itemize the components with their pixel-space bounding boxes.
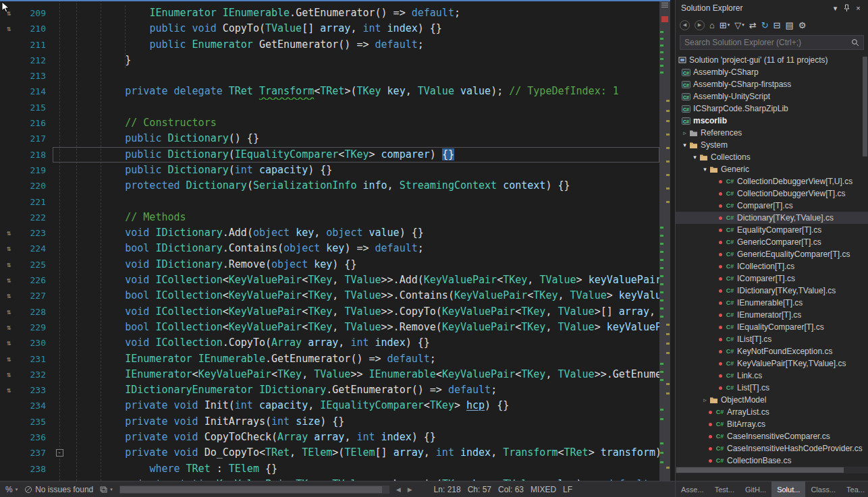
code-text[interactable]: IEnumerator IEnumerable.GetEnumerator() … <box>66 5 659 21</box>
code-line-213[interactable]: 213 <box>0 68 659 84</box>
code-text[interactable]: IEnumerator IEnumerable.GetEnumerator() … <box>66 351 659 367</box>
code-text[interactable]: public Dictionary(IEqualityComparer<TKey… <box>66 147 659 163</box>
code-text[interactable]: where TRet : TElem {} <box>66 461 659 477</box>
pending-changes-filter-button[interactable]: ▽▾ <box>734 20 744 30</box>
tree-item-assembly-unityscript[interactable]: C#Assembly-UnityScript <box>676 90 868 103</box>
tree-item-caseinsensitivehashcodeprovider-cs[interactable]: C#CaseInsensitiveHashCodeProvider.cs <box>676 442 868 455</box>
implements-glyph-icon[interactable]: ⇅ <box>0 241 18 256</box>
tree-item-icomparer-t-cs[interactable]: C#IComparer[T].cs <box>676 272 868 285</box>
code-line-223[interactable]: ⇅223 void IDictionary.Add(object key, ob… <box>0 225 659 241</box>
code-line-229[interactable]: ⇅229 bool ICollection<KeyValuePair<TKey,… <box>0 320 659 335</box>
code-line-227[interactable]: ⇅227 bool ICollection<KeyValuePair<TKey,… <box>0 288 659 303</box>
code-line-211[interactable]: 211 public Enumerator GetEnumerator() =>… <box>0 37 659 53</box>
tool-window-tab-tea[interactable]: Tea... <box>841 481 868 497</box>
line-number[interactable]: 212 <box>18 53 53 68</box>
sync-with-active-document-button[interactable]: ⇄ <box>749 20 757 30</box>
code-line-238[interactable]: 238 where TRet : TElem {} <box>0 461 659 477</box>
tree-item-keyvaluepair-tkey-tvalue-cs[interactable]: C#KeyValuePair[TKey,TValue].cs <box>676 357 868 370</box>
tree-item-collections[interactable]: ▾Collections <box>676 151 868 163</box>
tree-item-solution-project-gui-11-of-11-projects[interactable]: Solution 'project-gui' (11 of 11 project… <box>676 54 868 66</box>
scrollbar-thumb[interactable] <box>120 486 382 493</box>
code-line-217[interactable]: 217 public Dictionary() {} <box>0 131 659 146</box>
code-line-224[interactable]: ⇅224 bool IDictionary.Contains(object ke… <box>0 241 659 256</box>
tree-item-assembly-csharp[interactable]: C#Assembly-CSharp <box>676 66 868 78</box>
code-line-219[interactable]: 219 public Dictionary(int capacity) {} <box>0 163 659 178</box>
implements-glyph-icon[interactable]: ⇅ <box>0 382 18 398</box>
tree-item-references[interactable]: ▹References <box>676 127 868 139</box>
search-icon[interactable] <box>851 38 859 47</box>
implements-glyph-icon[interactable]: ⇅ <box>0 21 18 36</box>
col-indicator[interactable]: Col: 63 <box>498 485 524 494</box>
line-number[interactable]: 224 <box>18 241 53 256</box>
implements-glyph-icon[interactable]: ⇅ <box>0 335 18 351</box>
tree-item-dictionary-tkey-tvalue-cs[interactable]: C#Dictionary[TKey,TValue].cs <box>676 212 868 224</box>
line-number[interactable]: 210 <box>18 21 53 36</box>
code-text[interactable]: } <box>66 53 659 68</box>
code-text[interactable]: IEnumerator<KeyValuePair<TKey, TValue>> … <box>66 367 659 382</box>
tree-item-generic[interactable]: ▾Generic <box>676 163 868 175</box>
line-number[interactable]: 237 <box>18 445 53 461</box>
margin-options-button[interactable]: ▾ <box>100 486 113 493</box>
code-text[interactable]: private void Init(int capacity, IEqualit… <box>66 398 659 413</box>
implements-glyph-icon[interactable]: ⇅ <box>0 225 18 241</box>
code-line-228[interactable]: ⇅228 void ICollection<KeyValuePair<TKey,… <box>0 304 659 320</box>
line-number[interactable]: 226 <box>18 272 53 288</box>
tree-item-ilist-t-cs[interactable]: C#IList[T].cs <box>676 333 868 345</box>
collapse-arrow-icon[interactable]: ▾ <box>691 154 699 160</box>
tool-window-tab-gith[interactable]: GitH... <box>740 481 771 497</box>
line-number[interactable]: 235 <box>18 414 53 430</box>
tree-item-objectmodel[interactable]: ▹ObjectModel <box>676 394 868 406</box>
line-indicator[interactable]: Ln: 218 <box>434 485 461 494</box>
line-number[interactable]: 238 <box>18 461 53 477</box>
se-horizontal-scrollbar[interactable] <box>676 467 868 473</box>
code-line-231[interactable]: ⇅231 IEnumerator IEnumerable.GetEnumerat… <box>0 351 659 367</box>
line-number[interactable]: 225 <box>18 257 53 272</box>
forward-button[interactable]: ▶ <box>695 20 705 30</box>
code-text[interactable]: // Constructors <box>66 115 659 131</box>
code-line-216[interactable]: 216 // Constructors <box>0 115 659 131</box>
code-text[interactable] <box>66 100 659 115</box>
line-number[interactable]: 216 <box>18 115 53 131</box>
code-text[interactable]: bool ICollection<KeyValuePair<TKey, TVal… <box>66 320 659 335</box>
line-number[interactable]: 228 <box>18 304 53 320</box>
eol-indicator[interactable]: LF <box>563 485 572 494</box>
code-line-239[interactable]: 239 private static KeyValuePair<TKey, TV… <box>0 477 659 481</box>
tree-item-keynotfoundexception-cs[interactable]: C#KeyNotFoundException.cs <box>676 345 868 357</box>
code-line-234[interactable]: 234 private void Init(int capacity, IEqu… <box>0 398 659 413</box>
document-health-indicator[interactable]: No issues found <box>24 485 93 494</box>
tree-item-bitarray-cs[interactable]: C#BitArray.cs <box>676 418 868 430</box>
line-number[interactable]: 218 <box>18 147 53 163</box>
line-number[interactable]: 233 <box>18 382 53 398</box>
fold-collapse-button[interactable]: - <box>56 449 63 457</box>
tree-item-collectiondebuggerview-t-cs[interactable]: C#CollectionDebuggerView[T].cs <box>676 187 868 200</box>
code-text[interactable]: // Methods <box>66 210 659 225</box>
line-number[interactable]: 209 <box>18 5 53 21</box>
se-vertical-scrollbar-thumb[interactable] <box>863 57 867 156</box>
tree-item-system[interactable]: ▾System <box>676 139 868 151</box>
tree-item-genericcomparer-t-cs[interactable]: C#GenericComparer[T].cs <box>676 236 868 248</box>
code-text[interactable]: bool ICollection<KeyValuePair<TKey, TVal… <box>66 288 659 303</box>
window-position-button[interactable]: ▾ <box>830 4 841 13</box>
indent-indicator[interactable]: MIXED <box>531 485 556 494</box>
code-text[interactable] <box>66 68 659 84</box>
solution-explorer-titlebar[interactable]: Solution Explorer ▾ × <box>676 0 868 16</box>
code-line-218[interactable]: 218 public Dictionary(IEqualityComparer<… <box>0 147 659 163</box>
search-input[interactable] <box>680 35 864 50</box>
code-text[interactable]: void ICollection.CopyTo(Array array, int… <box>66 335 659 351</box>
scrollbar-thumb[interactable] <box>676 467 844 473</box>
line-number[interactable]: 227 <box>18 288 53 303</box>
code-line-215[interactable]: 215 <box>0 100 659 115</box>
implements-glyph-icon[interactable]: ⇅ <box>0 367 18 382</box>
code-text[interactable]: bool IDictionary.Contains(object key) =>… <box>66 241 659 256</box>
code-text[interactable]: void ICollection<KeyValuePair<TKey, TVal… <box>66 272 659 288</box>
code-text[interactable] <box>66 194 659 210</box>
tree-item-collectionbase-cs[interactable]: C#CollectionBase.cs <box>676 455 868 467</box>
expand-arrow-icon[interactable]: ▹ <box>681 129 688 136</box>
code-text[interactable]: public Enumerator GetEnumerator() => def… <box>66 37 659 53</box>
tree-item-icsharpcode-sharpziplib[interactable]: C#ICSharpCode.SharpZipLib <box>676 103 868 115</box>
implements-glyph-icon[interactable]: ⇅ <box>0 351 18 367</box>
implements-glyph-icon[interactable]: ⇅ <box>0 257 18 272</box>
line-number[interactable]: 214 <box>18 84 53 99</box>
back-button[interactable]: ◀ <box>680 20 690 30</box>
switch-views-button[interactable]: ⊞▾ <box>720 20 730 30</box>
